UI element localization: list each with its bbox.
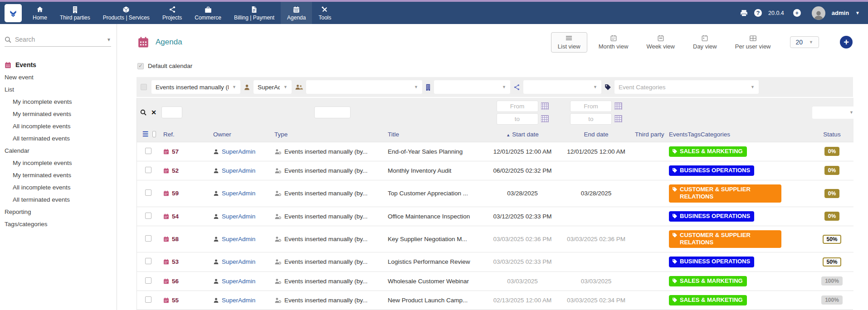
event-ref-link[interactable]: 57: [172, 148, 179, 155]
sidebar-item-all-terminated-events[interactable]: All terminated events: [0, 132, 117, 145]
sidebar-item-cal-my-terminated-events[interactable]: My terminated events: [0, 169, 117, 181]
row-checkbox[interactable]: [145, 258, 151, 264]
category-badge[interactable]: BUSINESS OPERATIONS: [669, 211, 754, 222]
nav-item-agenda[interactable]: Agenda: [281, 2, 312, 24]
category-badge[interactable]: CUSTOMER & SUPPLIER RELATIONS: [669, 230, 781, 248]
owner-link[interactable]: SuperAdmin: [222, 148, 255, 155]
start-date-to-input[interactable]: [497, 113, 538, 125]
sidebar-item-events[interactable]: Events: [0, 58, 117, 71]
event-ref-link[interactable]: 58: [172, 236, 179, 242]
print-icon[interactable]: [740, 10, 748, 17]
owner-link[interactable]: SuperAdmin: [222, 167, 255, 174]
event-ref-link[interactable]: 52: [172, 167, 179, 174]
search-input[interactable]: [15, 36, 107, 43]
nav-item-commerce[interactable]: Commerce: [188, 2, 228, 24]
project-filter-select[interactable]: ▼: [523, 80, 601, 94]
page-size-select[interactable]: 20 ▼: [790, 36, 819, 48]
filter-checkbox[interactable]: [141, 84, 147, 90]
type-search-input[interactable]: [314, 107, 351, 118]
nav-item-home[interactable]: Home: [26, 2, 54, 24]
users-filter-select[interactable]: ▼: [306, 80, 422, 94]
column-header-ref[interactable]: Ref.: [160, 127, 210, 142]
clear-search-icon[interactable]: ✕: [151, 109, 156, 116]
sidebar-item-all-incomplete-events[interactable]: All incomplete events: [0, 120, 117, 132]
quick-add-icon[interactable]: +: [793, 9, 801, 17]
category-badge[interactable]: SALES & MARKETING: [669, 276, 747, 286]
event-ref-link[interactable]: 53: [172, 258, 179, 265]
datepicker-icon[interactable]: [614, 102, 622, 110]
category-badge[interactable]: SALES & MARKETING: [669, 295, 747, 305]
row-checkbox[interactable]: [145, 148, 151, 154]
ref-search-input[interactable]: [161, 107, 182, 118]
row-checkbox[interactable]: [145, 167, 151, 173]
user-avatar[interactable]: [812, 6, 825, 20]
sidebar-item-my-terminated-events[interactable]: My terminated events: [0, 108, 117, 120]
category-badge[interactable]: SALES & MARKETING: [669, 146, 747, 157]
owner-link[interactable]: SuperAdmin: [222, 236, 255, 242]
nav-item-projects[interactable]: Projects: [156, 2, 188, 24]
list-view-button[interactable]: List view: [551, 32, 587, 53]
column-header-start-date[interactable]: ▲Start date: [484, 127, 561, 142]
nav-item-tools[interactable]: Tools: [312, 2, 337, 24]
month-view-button[interactable]: Month view: [592, 32, 635, 53]
thirdparty-filter-select[interactable]: ▼: [434, 80, 510, 94]
week-view-button[interactable]: Week view: [639, 32, 682, 53]
chevron-down-icon[interactable]: ▼: [855, 10, 860, 15]
status-filter-select[interactable]: ▼: [812, 107, 858, 119]
start-date-from-input[interactable]: [497, 101, 538, 112]
default-calendar-checkbox[interactable]: [137, 63, 144, 69]
event-ref-link[interactable]: 55: [172, 297, 179, 304]
username-label[interactable]: admin: [832, 10, 849, 16]
help-icon[interactable]: ?: [754, 9, 762, 17]
per-user-view-button[interactable]: Per user view: [728, 32, 778, 53]
owner-link[interactable]: SuperAdmin: [222, 297, 255, 304]
datepicker-icon[interactable]: [541, 102, 549, 110]
event-type-filter-select[interactable]: Events inserted manually (by a ...▼: [151, 80, 240, 94]
row-checkbox[interactable]: [145, 277, 151, 284]
select-all-checkbox[interactable]: [152, 131, 156, 137]
category-badge[interactable]: CUSTOMER & SUPPLIER RELATIONS: [669, 184, 781, 203]
sidebar-item-calendar[interactable]: Calendar: [0, 145, 117, 157]
sidebar-item-new-event[interactable]: New event: [0, 71, 117, 83]
apply-search-icon[interactable]: [140, 109, 146, 116]
nav-item-third-parties[interactable]: Third parties: [54, 2, 97, 24]
sidebar-item-my-incomplete-events[interactable]: My incomplete events: [0, 96, 117, 108]
search-scope-caret-icon[interactable]: ▼: [107, 37, 111, 42]
owner-link[interactable]: SuperAdmin: [222, 258, 255, 265]
event-ref-link[interactable]: 54: [172, 213, 179, 220]
row-checkbox[interactable]: [145, 235, 151, 242]
nav-item-billing[interactable]: Billing | Payment: [228, 2, 281, 24]
nav-item-products[interactable]: Products | Services: [97, 2, 156, 24]
column-header-tags[interactable]: EventsTagsCategories: [665, 127, 810, 142]
sidebar-item-tags-categories[interactable]: Tags/categories: [0, 218, 117, 230]
column-header-end-date[interactable]: End date: [561, 127, 631, 142]
event-ref-link[interactable]: 59: [172, 190, 179, 197]
column-header-third-party[interactable]: Third party: [631, 127, 665, 142]
owner-link[interactable]: SuperAdmin: [222, 190, 255, 197]
add-event-button[interactable]: +: [840, 36, 853, 48]
datepicker-icon[interactable]: [614, 115, 622, 122]
end-date-to-input[interactable]: [570, 113, 612, 125]
row-checkbox[interactable]: [145, 213, 151, 219]
column-header-type[interactable]: Type: [271, 127, 384, 142]
row-checkbox[interactable]: [145, 296, 151, 303]
owner-filter-select[interactable]: SuperAd...▼: [254, 80, 292, 94]
row-checkbox[interactable]: [145, 189, 151, 196]
column-header-title[interactable]: Title: [384, 127, 484, 142]
sidebar-item-reporting[interactable]: Reporting: [0, 206, 117, 218]
column-header-owner[interactable]: Owner: [210, 127, 271, 142]
event-categories-filter-select[interactable]: Event Categories▼: [614, 80, 759, 94]
sidebar-item-cal-all-terminated-events[interactable]: All terminated events: [0, 194, 117, 206]
owner-link[interactable]: SuperAdmin: [222, 278, 255, 285]
category-badge[interactable]: BUSINESS OPERATIONS: [669, 257, 754, 267]
list-options-icon[interactable]: ☰: [142, 130, 148, 138]
sidebar-item-cal-all-incomplete-events[interactable]: All incomplete events: [0, 181, 117, 194]
category-badge[interactable]: BUSINESS OPERATIONS: [669, 165, 754, 176]
column-header-status[interactable]: Status: [810, 127, 853, 142]
app-logo[interactable]: [5, 4, 22, 22]
datepicker-icon[interactable]: [541, 115, 549, 122]
end-date-from-input[interactable]: [570, 101, 612, 112]
day-view-button[interactable]: Day view: [686, 32, 724, 53]
sidebar-item-cal-my-incomplete-events[interactable]: My incomplete events: [0, 157, 117, 169]
sidebar-item-list[interactable]: List: [0, 83, 117, 96]
